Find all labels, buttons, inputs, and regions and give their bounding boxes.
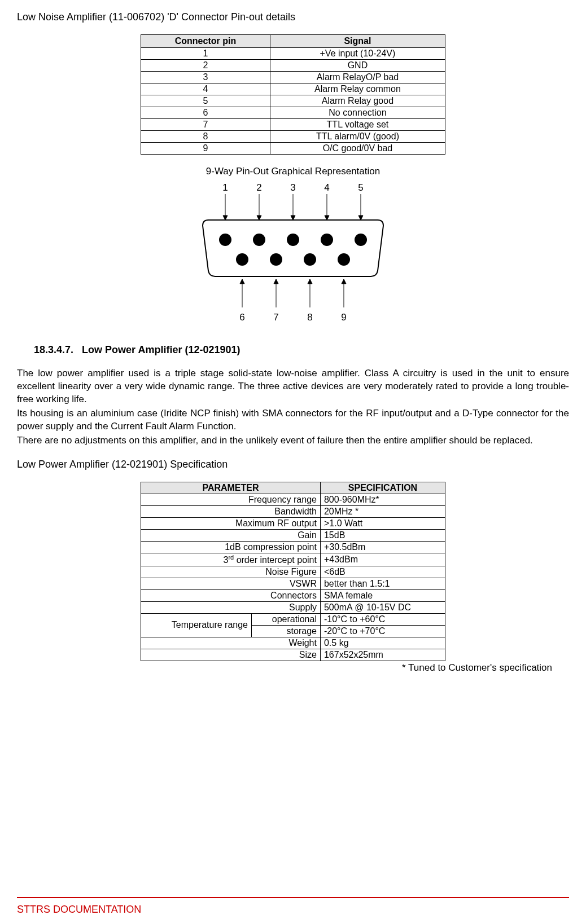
table-row: Supply500mA @ 10-15V DC	[141, 601, 445, 613]
param-cell: VSWR	[141, 578, 321, 589]
param-cell: Noise Figure	[141, 566, 321, 578]
value-cell: better than 1.5:1	[320, 578, 445, 589]
value-cell: SMA female	[320, 589, 445, 601]
table-row: Noise Figure<6dB	[141, 566, 445, 578]
value-cell: -10°C to +60°C	[320, 613, 445, 625]
svg-point-12	[304, 253, 316, 266]
param-cell: Size	[141, 649, 321, 661]
param-cell: 1dB compression point	[141, 541, 321, 553]
signal-cell: O/C good/0V bad	[270, 143, 445, 155]
pin-label-2: 2	[256, 182, 261, 193]
footer-title: STTRS DOCUMENTATION	[17, 904, 569, 916]
param-cell: Bandwidth	[141, 505, 321, 517]
pin-cell: 6	[141, 107, 270, 119]
table-row: VSWRbetter than 1.5:1	[141, 578, 445, 589]
table-row: 7TTL voltage set	[141, 119, 445, 131]
pin-cell: 9	[141, 143, 270, 155]
signal-cell: GND	[270, 60, 445, 72]
subparam-cell: operational	[252, 613, 321, 625]
signal-cell: No connection	[270, 107, 445, 119]
param-group-cell: Temperature range	[141, 613, 252, 637]
pin-label-1: 1	[222, 182, 228, 193]
section-number: 18.3.4.7.	[34, 344, 73, 355]
table-row: 3rd order intercept point+43dBm	[141, 553, 445, 566]
value-cell: +30.5dBm	[320, 541, 445, 553]
value-cell: 20MHz *	[320, 505, 445, 517]
value-cell: -20°C to +70°C	[320, 625, 445, 637]
pin-label-3: 3	[290, 182, 295, 193]
param-cell: Gain	[141, 529, 321, 541]
pin-table-header-signal: Signal	[270, 35, 445, 48]
table-row: Maximum RF output>1.0 Watt	[141, 517, 445, 529]
value-cell: 500mA @ 10-15V DC	[320, 601, 445, 613]
svg-point-11	[270, 253, 282, 266]
param-cell: Weight	[141, 637, 321, 649]
svg-point-5	[219, 234, 231, 246]
pin-cell: 7	[141, 119, 270, 131]
pin-out-table: Connector pin Signal 1+Ve input (10-24V)…	[141, 34, 445, 155]
signal-cell: Alarm Relay good	[270, 95, 445, 107]
svg-point-9	[355, 234, 367, 246]
param-cell: Supply	[141, 601, 321, 613]
value-cell: 167x52x25mm	[320, 649, 445, 661]
pin-cell: 8	[141, 131, 270, 143]
svg-point-10	[236, 253, 248, 266]
paragraph-1: The low power amplifier used is a triple…	[17, 367, 569, 406]
footer-rule	[17, 897, 569, 898]
table-row: Size167x52x25mm	[141, 649, 445, 661]
value-cell: <6dB	[320, 566, 445, 578]
table-row: 1dB compression point+30.5dBm	[141, 541, 445, 553]
spec-subtitle: Low Power Amplifier (12-021901) Specific…	[17, 459, 569, 470]
param-cell: Maximum RF output	[141, 517, 321, 529]
spec-table: PARAMETER SPECIFICATION Frequency range8…	[141, 482, 445, 661]
diagram-title: 9-Way Pin-Out Graphical Representation	[17, 166, 569, 177]
pin-label-8: 8	[307, 312, 312, 323]
table-row: 1+Ve input (10-24V)	[141, 48, 445, 60]
signal-cell: TTL alarm/0V (good)	[270, 131, 445, 143]
subparam-cell: storage	[252, 625, 321, 637]
pin-cell: 3	[141, 72, 270, 83]
table-row: 8TTL alarm/0V (good)	[141, 131, 445, 143]
table-row: 3Alarm RelayO/P bad	[141, 72, 445, 83]
table-row: 6No connection	[141, 107, 445, 119]
table-row: 5Alarm Relay good	[141, 95, 445, 107]
section-title: Low Power Amplifier (12-021901)	[82, 344, 240, 355]
value-cell: +43dBm	[320, 553, 445, 566]
table-row: Frequency range800-960MHz*	[141, 494, 445, 505]
spec-header-param: PARAMETER	[141, 482, 321, 494]
value-cell: 15dB	[320, 529, 445, 541]
pin-label-7: 7	[273, 312, 278, 323]
page-title: Low Noise Amplifier (11-006702) 'D' Conn…	[17, 11, 569, 23]
param-cell: 3rd order intercept point	[141, 553, 321, 566]
spec-footnote: * Tuned to Customer's specification	[17, 662, 552, 674]
value-cell: 800-960MHz*	[320, 494, 445, 505]
table-row: 9O/C good/0V bad	[141, 143, 445, 155]
pin-label-6: 6	[239, 312, 244, 323]
table-row: 4Alarm Relay common	[141, 83, 445, 95]
pin-label-5: 5	[358, 182, 363, 193]
pin-cell: 5	[141, 95, 270, 107]
connector-diagram: 1 2 3 4 5	[186, 181, 400, 327]
svg-point-8	[321, 234, 333, 246]
table-row: Temperature rangeoperational-10°C to +60…	[141, 613, 445, 625]
spec-header-value: SPECIFICATION	[320, 482, 445, 494]
table-row: Bandwidth20MHz *	[141, 505, 445, 517]
section-heading: 18.3.4.7. Low Power Amplifier (12-021901…	[34, 344, 569, 356]
svg-point-6	[253, 234, 265, 246]
value-cell: 0.5 kg	[320, 637, 445, 649]
svg-point-7	[287, 234, 299, 246]
signal-cell: Alarm RelayO/P bad	[270, 72, 445, 83]
pin-cell: 1	[141, 48, 270, 60]
param-cell: Connectors	[141, 589, 321, 601]
svg-point-13	[338, 253, 350, 266]
table-row: Weight0.5 kg	[141, 637, 445, 649]
paragraph-3: There are no adjustments on this amplifi…	[17, 434, 569, 447]
pin-table-header-pin: Connector pin	[141, 35, 270, 48]
signal-cell: Alarm Relay common	[270, 83, 445, 95]
pin-cell: 4	[141, 83, 270, 95]
paragraph-2: Its housing is an aluminium case (Iridit…	[17, 407, 569, 433]
signal-cell: TTL voltage set	[270, 119, 445, 131]
table-row: ConnectorsSMA female	[141, 589, 445, 601]
table-row: Gain15dB	[141, 529, 445, 541]
pin-cell: 2	[141, 60, 270, 72]
